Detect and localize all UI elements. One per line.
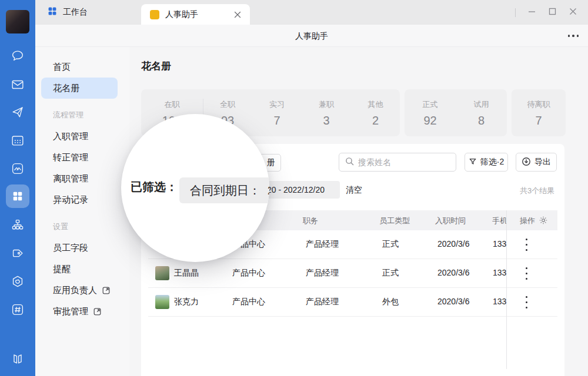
employee-avatar [155,266,169,280]
send-icon[interactable] [0,103,35,121]
close-window-button[interactable] [569,7,577,18]
stat-other[interactable]: 其他 2 [351,89,400,136]
magnified-filter-chip: 合同到期日：202 [179,177,269,203]
col-type: 员工类型 [379,216,410,226]
fixed-column-divider [506,210,507,369]
gallery-icon[interactable] [0,160,35,177]
tab-workbench[interactable]: 工作台 [44,0,91,25]
sidebar-item-app-owner[interactable]: 应用负责人 [35,280,129,301]
employee-avatar [155,295,169,309]
user-avatar[interactable] [6,10,29,33]
funnel-icon [469,157,477,167]
sidebar-item-onboarding[interactable]: 入职管理 [35,126,129,147]
col-phone: 手机 [492,216,506,226]
apps-grid-icon-active[interactable] [6,184,29,208]
search-input[interactable] [358,157,452,167]
sidebar-item-approval-mgmt[interactable]: 审批管理 [35,301,129,322]
filter-button[interactable]: 筛选·2 [465,153,508,172]
tab-hr-assistant[interactable]: 人事助手 [141,4,250,25]
tab-close-icon[interactable] [234,11,241,18]
row-actions-kebab-icon[interactable] [523,296,530,308]
app-title: 人事助手 [35,25,588,47]
row-actions-kebab-icon[interactable] [523,239,530,251]
stat-pending-resignation[interactable]: 待离职 7 [512,89,566,136]
stat-intern[interactable]: 实习 7 [252,89,302,136]
sidebar-item-regularization[interactable]: 转正管理 [35,147,129,168]
search-icon [345,157,354,168]
col-title: 职务 [303,216,318,226]
controls-divider [515,8,516,17]
download-icon [522,157,531,168]
calendar-icon[interactable] [0,132,35,149]
sidebar-section-settings: 设置 [35,216,129,237]
magnifier-lens-overlay: 已筛选： 合同到期日：202 [121,114,269,262]
chat-icon[interactable] [0,47,35,65]
sidebar-item-transfer-records[interactable]: 异动记录 [35,189,129,210]
mail-icon[interactable] [0,76,35,93]
clear-filters-link[interactable]: 清空 [346,185,362,196]
app-header: 人事助手 [35,25,588,47]
tag-icon[interactable] [0,244,35,262]
maximize-button[interactable] [548,7,557,18]
sidebar-section-process: 流程管理 [35,105,129,126]
search-box[interactable] [339,153,456,172]
workbench-grid-icon [47,6,58,19]
bank-icon[interactable] [0,350,35,368]
stat-probation[interactable]: 试用 8 [456,89,507,136]
sidebar-item-resignation[interactable]: 离职管理 [35,168,129,189]
sidebar-item-reminders[interactable]: 提醒 [35,258,129,280]
org-chart-icon[interactable] [0,216,35,234]
minimize-button[interactable] [527,7,536,18]
more-options-icon[interactable] [568,35,579,37]
export-button[interactable]: 导出 [516,153,557,172]
filter-chip-date-range: 20 - 2022/12/20 [259,181,340,199]
hr-app-icon [150,10,159,19]
sidebar-nav: 首页 花名册 流程管理 入职管理 转正管理 离职管理 异动记录 设置 员工字段 … [35,47,129,376]
sidebar-item-roster[interactable]: 花名册 [35,78,129,99]
table-row[interactable]: 王晶晶 产品中心 产品经理 正式 2020/3/6 1335 [148,259,557,288]
tab-workbench-label: 工作台 [63,7,88,18]
col-hire-date: 入职时间 [435,216,466,226]
page-title: 花名册 [141,59,171,73]
stats-card-status: 正式 92 试用 8 [405,89,507,136]
row-actions-kebab-icon[interactable] [523,267,530,280]
sidebar-item-home[interactable]: 首页 [35,56,129,78]
stat-regular[interactable]: 正式 92 [405,89,456,136]
stats-card-leaving: 待离职 7 [512,89,566,136]
window-controls [515,0,577,25]
external-link-icon [102,286,111,295]
stat-parttime[interactable]: 兼职 3 [302,89,351,136]
column-settings-gear-icon[interactable] [539,216,548,227]
external-link-icon [93,307,102,316]
tab-hr-assistant-label: 人事助手 [165,9,198,20]
col-actions: 操作 [520,216,535,226]
sidebar-item-employee-fields[interactable]: 员工字段 [35,237,129,258]
package-icon[interactable] [0,273,35,290]
app-rail [0,0,35,376]
tab-strip: 工作台 人事助手 [35,0,588,25]
table-row[interactable]: 张克力 产品中心 产品经理 外包 2020/3/6 1335 [148,288,557,317]
magnified-filtered-label: 已筛选： [131,179,178,195]
hash-icon[interactable] [0,301,35,318]
result-count: 共3个结果 [520,186,554,196]
